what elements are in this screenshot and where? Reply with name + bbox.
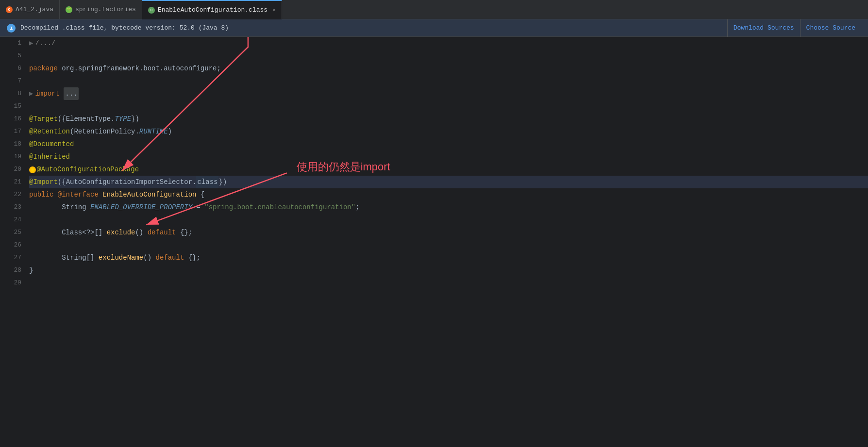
eq: = <box>192 201 204 214</box>
tab-bar: C A41_2.java 🌱 spring.factories ⊙ Enable… <box>0 0 868 19</box>
ln-28: 28 <box>0 264 21 277</box>
punct2: }) <box>131 113 139 125</box>
semicolon: ; <box>355 201 359 214</box>
annotation-inherited: @Inherited <box>29 150 70 163</box>
code-line-20: @AutoConfigurationPackage <box>29 163 868 176</box>
fold-arrow-import[interactable]: ▶ <box>29 87 33 100</box>
kw-package: package <box>29 62 62 75</box>
annotation-retention: @Retention <box>29 125 70 138</box>
classname-enable: EnableAutoConfiguration <box>102 188 196 201</box>
annotation-target: @Target <box>29 113 58 125</box>
spring-icon: 🌱 <box>66 6 72 13</box>
editor: 1 5 6 7 8 15 16 17 18 19 20 21 22 23 24 … <box>0 37 868 447</box>
ln-18: 18 <box>0 138 21 150</box>
code-line-17: @Retention ( RetentionPolicy. RUNTIME ) <box>29 125 868 138</box>
ln-8: 8 <box>0 87 21 100</box>
code-line-18: @Documented <box>29 138 868 150</box>
close-brace: } <box>29 264 33 277</box>
kw-import: import <box>35 87 64 100</box>
code-line-25: Class<?>[] exclude () default {}; <box>29 226 868 239</box>
info-actions: Download Sources Choose Source <box>727 19 861 37</box>
ln-27: 27 <box>0 251 21 264</box>
kw-default2: default <box>155 251 188 264</box>
java-icon: C <box>6 6 13 13</box>
package-name: org.springframework.boot.autoconfigure; <box>62 62 221 75</box>
code-text: /.../ <box>35 37 55 50</box>
tab-class-label: EnableAutoConfiguration.class <box>158 6 267 14</box>
ln-26: 26 <box>0 239 21 251</box>
type-selector: AutoConfigurationImportSelector. <box>66 176 197 188</box>
tab-a41-label: A41_2.java <box>16 6 53 13</box>
empty-array2: {}; <box>188 251 200 264</box>
ln-6: 6 <box>0 62 21 75</box>
type-string2: String[] <box>62 251 99 264</box>
punct6: }) <box>218 176 227 188</box>
code-line-29 <box>29 277 868 289</box>
const-name: ENABLED_OVERRIDE_PROPERTY <box>90 201 192 214</box>
indent-space2 <box>29 226 62 239</box>
import-dots: ... <box>64 87 79 100</box>
tab-spring-label: spring.factories <box>75 6 136 13</box>
code-line-7 <box>29 75 868 87</box>
ln-20: 20 <box>0 163 21 176</box>
class-highlight: class <box>196 176 218 188</box>
ln-1: 1 <box>0 37 21 50</box>
kw-default: default <box>148 226 180 239</box>
class-icon: ⊙ <box>148 7 155 14</box>
code-line-27: String[] excludeName () default {}; <box>29 251 868 264</box>
info-bar: i Decompiled .class file, bytecode versi… <box>0 19 868 37</box>
italic-type: TYPE <box>115 113 131 125</box>
indent-space3 <box>29 251 62 264</box>
info-text: Decompiled .class file, bytecode version… <box>20 24 727 32</box>
ln-19: 19 <box>0 150 21 163</box>
choose-source-button[interactable]: Choose Source <box>800 19 861 37</box>
annotation-import: @Import <box>29 176 58 188</box>
type-class: Class<?>[] <box>62 226 106 239</box>
code-line-6: package org.springframework.boot.autocon… <box>29 62 868 75</box>
info-icon: i <box>7 24 16 33</box>
code-line-24 <box>29 214 868 226</box>
ln-21: 21 <box>0 176 21 188</box>
code-line-19: @Inherited <box>29 150 868 163</box>
ln-16: 16 <box>0 113 21 125</box>
kw-public: public <box>29 188 58 201</box>
ln-7: 7 <box>0 75 21 87</box>
type-string: String <box>62 201 90 214</box>
paren: () <box>135 226 147 239</box>
ln-15: 15 <box>0 100 21 113</box>
method-exclude: exclude <box>107 226 135 239</box>
annotation-documented: @Documented <box>29 138 74 150</box>
punct5: ({ <box>58 176 66 188</box>
ln-25: 25 <box>0 226 21 239</box>
string-val: "spring.boot.enableautoconfiguration" <box>204 201 355 214</box>
ln-24: 24 <box>0 214 21 226</box>
paren2: () <box>143 251 155 264</box>
fold-arrow[interactable]: ▶ <box>29 37 33 50</box>
download-sources-button[interactable]: Download Sources <box>727 19 800 37</box>
code-line-15 <box>29 100 868 113</box>
code-line-26 <box>29 239 868 251</box>
ln-5: 5 <box>0 50 21 62</box>
code-line-1: ▶ /.../ <box>29 37 868 50</box>
kw-at-interface: @interface <box>58 188 102 201</box>
tab-a41[interactable]: C A41_2.java <box>0 0 60 19</box>
type-retentionpolicy: RetentionPolicy. <box>74 125 139 138</box>
code-line-16: @Target ({ ElementType. TYPE }) <box>29 113 868 125</box>
type-elementtype: ElementType. <box>66 113 115 125</box>
line-numbers: 1 5 6 7 8 15 16 17 18 19 20 21 22 23 24 … <box>0 37 25 447</box>
tab-class[interactable]: ⊙ EnableAutoConfiguration.class ✕ <box>142 0 282 19</box>
close-icon[interactable]: ✕ <box>272 7 276 13</box>
empty-array: {}; <box>180 226 192 239</box>
ln-29: 29 <box>0 277 21 289</box>
code-line-23: String ENABLED_OVERRIDE_PROPERTY = "spri… <box>29 201 868 214</box>
italic-runtime: RUNTIME <box>139 125 168 138</box>
ln-22: 22 <box>0 188 21 201</box>
method-excludename: excludeName <box>99 251 143 264</box>
code-line-21: @Import ({ AutoConfigurationImportSelect… <box>29 176 868 188</box>
ln-23: 23 <box>0 201 21 214</box>
code-line-5 <box>29 50 868 62</box>
annotation-autoconfig: @AutoConfigurationPackage <box>37 163 139 176</box>
bulb-icon <box>29 166 36 173</box>
code-line-22: public @interface EnableAutoConfiguratio… <box>29 188 868 201</box>
tab-spring[interactable]: 🌱 spring.factories <box>60 0 142 19</box>
